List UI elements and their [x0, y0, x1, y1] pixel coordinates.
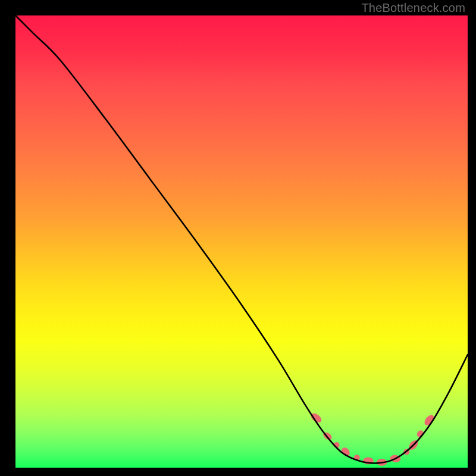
- attribution-text: TheBottleneck.com: [361, 1, 465, 15]
- chart-container: TheBottleneck.com: [0, 0, 476, 476]
- gradient-plot-area: [15, 15, 468, 468]
